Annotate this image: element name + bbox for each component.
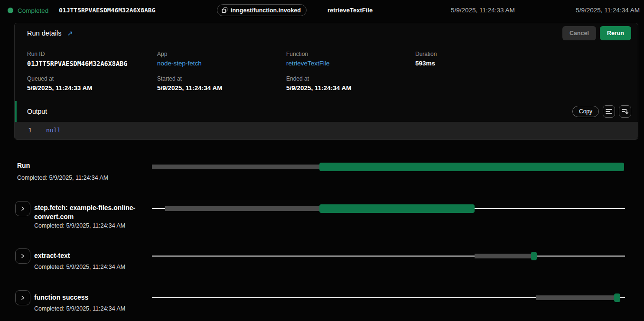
align-lines-icon — [606, 109, 612, 114]
timeline-bar-function-success — [152, 293, 625, 303]
code-line: 1 null — [15, 122, 638, 134]
timeline-row-extract-text-title: extract-text — [34, 252, 70, 259]
function-link[interactable]: retrieveTextFile — [286, 60, 405, 67]
field-label: Duration — [415, 51, 534, 57]
chevron-right-icon — [20, 295, 26, 301]
timeline-baseline — [152, 256, 625, 257]
expand-output-button[interactable] — [619, 105, 631, 118]
field-duration: Duration 593ms — [415, 51, 534, 67]
field-label: Started at — [157, 75, 276, 82]
copy-event-icon — [222, 7, 228, 13]
chevron-right-icon — [20, 253, 26, 259]
sort-down-icon — [622, 109, 628, 114]
event-badge[interactable]: inngest/function.invoked — [217, 4, 307, 16]
queued-timestamp: 5/9/2025, 11:24:33 AM — [451, 7, 515, 14]
run-id-text: 01JTT5RPVAESDM46M32A6X8ABG — [59, 7, 156, 14]
timeline-row-function-success-title: function success — [34, 293, 88, 301]
field-label: Queued at — [27, 75, 146, 82]
wrap-lines-button[interactable] — [603, 105, 615, 118]
run-details-panel: Run details ↗ Cancel Rerun Run ID 01JTT5… — [14, 23, 638, 140]
field-label: Ended at — [286, 75, 405, 82]
timeline-segment-running — [319, 163, 624, 171]
run-header-bar: Completed 01JTT5RPVAESDM46M32A6X8ABG inn… — [0, 0, 644, 21]
output-accent-bar — [15, 101, 17, 122]
cancel-button[interactable]: Cancel — [562, 26, 596, 40]
field-started-at: Started at 5/9/2025, 11:24:34 AM — [157, 75, 276, 92]
event-badge-label: inngest/function.invoked — [231, 7, 301, 14]
field-value: 5/9/2025, 11:24:34 AM — [286, 84, 405, 92]
app-link[interactable]: node-step-fetch — [157, 60, 276, 67]
rerun-button[interactable]: Rerun — [600, 26, 631, 40]
timeline-bar-run — [152, 162, 625, 172]
timeline-row-step-fetch-status: Completed: 5/9/2025, 11:24:34 AM — [34, 222, 125, 229]
timeline-segment-queued — [165, 206, 319, 211]
field-app: App node-step-fetch — [157, 51, 276, 67]
field-label: Function — [286, 51, 405, 57]
expand-function-success-button[interactable] — [15, 290, 30, 305]
field-value: 01JTT5RPVAESDM46M32A6X8ABG — [27, 60, 146, 67]
field-value: 593ms — [415, 60, 534, 67]
chevron-right-icon — [20, 206, 26, 211]
field-label: Run ID — [27, 51, 146, 57]
timeline-row-run-title: Run — [17, 162, 30, 169]
timeline-row-extract-text-status: Completed: 5/9/2025, 11:24:34 AM — [34, 264, 125, 270]
output-title: Output — [27, 108, 47, 115]
timeline-segment-queued — [475, 254, 532, 258]
timeline-row-run-status: Completed: 5/9/2025, 11:24:34 AM — [17, 174, 108, 181]
status-label: Completed — [18, 7, 48, 14]
timeline-segment-queued — [152, 165, 319, 169]
line-number: 1 — [15, 127, 36, 134]
panel-title: Run details — [27, 29, 62, 37]
timeline-segment-running — [319, 204, 475, 213]
field-value: 5/9/2025, 11:24:34 AM — [157, 84, 276, 92]
timeline-segment-running — [614, 293, 620, 302]
external-link-icon[interactable]: ↗ — [67, 29, 73, 37]
field-value: 5/9/2025, 11:24:33 AM — [27, 84, 146, 92]
timeline-bar-extract-text — [152, 251, 625, 261]
status-dot-icon — [8, 8, 13, 13]
code-text: null — [36, 127, 61, 134]
copy-button[interactable]: Copy — [572, 106, 599, 117]
timeline-segment-running — [531, 252, 537, 260]
field-ended-at: Ended at 5/9/2025, 11:24:34 AM — [286, 75, 405, 92]
timeline-bar-step-fetch — [152, 204, 625, 213]
expand-step-fetch-button[interactable] — [15, 201, 30, 216]
timeline-row-step-fetch-title: step.fetch: example-files.online-convert… — [34, 203, 140, 221]
field-run-id: Run ID 01JTT5RPVAESDM46M32A6X8ABG — [27, 51, 146, 67]
field-function: Function retrieveTextFile — [286, 51, 405, 67]
timeline-row-function-success-status: Completed: 5/9/2025, 11:24:34 AM — [34, 305, 125, 312]
field-label: App — [157, 51, 276, 57]
timeline-segment-queued — [536, 295, 615, 300]
expand-extract-text-button[interactable] — [15, 248, 30, 264]
output-code-viewer[interactable]: 1 null — [15, 122, 638, 139]
output-section-header: Output Copy — [15, 101, 638, 122]
field-queued-at: Queued at 5/9/2025, 11:24:33 AM — [27, 75, 146, 92]
run-status: Completed — [8, 0, 48, 21]
started-timestamp: 5/9/2025, 11:24:34 AM — [576, 7, 640, 14]
function-name-text: retrieveTextFile — [327, 7, 373, 14]
run-details-header: Run details ↗ Cancel Rerun — [15, 23, 638, 43]
